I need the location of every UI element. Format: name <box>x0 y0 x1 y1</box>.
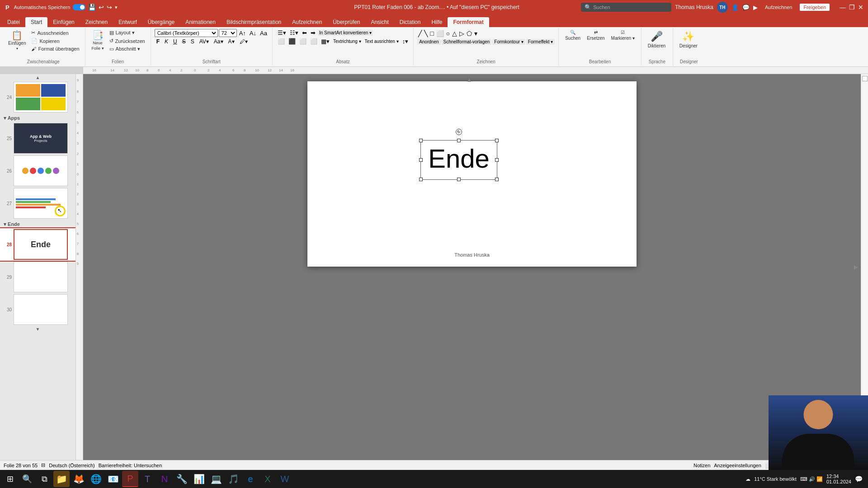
shadow-button[interactable]: S <box>189 38 196 45</box>
align-left-button[interactable]: ⬜ <box>276 38 286 45</box>
slide-item-28[interactable]: 28 Ende <box>0 228 75 261</box>
comments-icon[interactable]: 💬 <box>742 4 750 11</box>
record-btn[interactable]: Aufzeichnen <box>761 4 796 11</box>
quick-access-more[interactable]: ▾ <box>115 5 118 10</box>
taskbar-powerpoint[interactable]: P <box>122 471 138 487</box>
scroll-down[interactable]: ▼ <box>0 326 75 333</box>
section-ende[interactable]: Ende <box>0 220 75 228</box>
taskbar-teams[interactable]: T <box>139 471 156 487</box>
shape-3[interactable]: □ <box>429 29 434 38</box>
search-button[interactable]: 🔍 <box>19 471 35 487</box>
undo-icon[interactable]: ↩ <box>99 4 104 11</box>
shape-7[interactable]: ▷ <box>458 29 465 38</box>
tab-uebergaenge[interactable]: Übergänge <box>142 17 180 27</box>
autosave-toggle[interactable] <box>73 4 85 10</box>
view-settings-button[interactable]: Anzeigeeinstellungen <box>714 463 761 468</box>
font-selector[interactable]: Calibri (Textkörper) <box>155 29 218 37</box>
slide-item-29[interactable]: 29 <box>0 261 75 293</box>
ersetzen-button[interactable]: ⇄ Ersetzen <box>584 29 607 42</box>
tab-ansicht[interactable]: Ansicht <box>365 17 394 27</box>
slide-item-25[interactable]: 25 App & Web Projects <box>0 122 75 155</box>
diktieren-button[interactable]: 🎤 Diktieren <box>645 29 668 50</box>
handle-tm[interactable] <box>457 139 461 142</box>
share-btn[interactable]: Freigeben <box>799 3 830 11</box>
tab-hilfe[interactable]: Hilfe <box>426 17 448 27</box>
handle-bl[interactable] <box>419 178 423 181</box>
font-size-selector[interactable]: 72 <box>219 29 237 37</box>
shape-1[interactable]: ╱ <box>417 29 423 38</box>
start-button[interactable]: ⊞ <box>2 471 18 487</box>
slide-item-26[interactable]: 26 <box>0 155 75 187</box>
restore-button[interactable]: ❐ <box>848 4 855 11</box>
justify-button[interactable]: ⬜ <box>309 38 319 45</box>
schnellformatvorl-button[interactable]: Schnellformat-vorlagen <box>442 39 492 45</box>
einfuegen-button[interactable]: 📋 Einfügen ▾ <box>5 29 28 52</box>
redo-icon[interactable]: ↪ <box>107 4 112 11</box>
bullets-button[interactable]: ☰▾ <box>276 29 288 37</box>
tab-datei[interactable]: Datei <box>2 17 25 27</box>
handle-mr[interactable] <box>495 158 499 162</box>
taskbar-explorer[interactable]: 📁 <box>53 471 70 487</box>
shape-6[interactable]: △ <box>451 29 458 38</box>
kopieren-button[interactable]: 📄Kopieren <box>29 37 81 45</box>
taskbar-firefox[interactable]: 🦊 <box>71 471 87 487</box>
italic-button[interactable]: K <box>163 38 170 45</box>
scroll-right-arrow[interactable]: ▶ <box>854 264 858 270</box>
align-right-button[interactable]: ⬜ <box>298 38 308 45</box>
bold-button[interactable]: F <box>155 38 161 45</box>
search-box[interactable]: 🔍 Suchen <box>581 3 671 12</box>
handle-br[interactable] <box>495 178 499 181</box>
share-icon[interactable]: 👤 <box>731 4 739 11</box>
highlight-button[interactable]: 🖊▾ <box>238 38 250 45</box>
tab-formformat[interactable]: Formformat <box>448 17 489 27</box>
handle-bm[interactable] <box>457 178 461 181</box>
taskbar-onenote[interactable]: N <box>156 471 173 487</box>
taskbar-app2[interactable]: 📊 <box>191 471 207 487</box>
close-button[interactable]: ✕ <box>857 4 864 11</box>
text-direction-button[interactable]: Textrichtung ▾ <box>332 38 363 44</box>
notes-button[interactable]: Notizen <box>693 463 710 468</box>
abschnitt-button[interactable]: ▭Abschnitt ▾ <box>108 45 147 53</box>
shape-5[interactable]: ○ <box>445 29 451 38</box>
layout-button[interactable]: ▤Layout ▾ <box>108 29 147 37</box>
line-spacing-button[interactable]: ↕▾ <box>401 38 410 45</box>
tab-dictation[interactable]: Dictation <box>394 17 426 27</box>
decrease-indent-button[interactable]: ⬅ <box>301 29 308 37</box>
increase-font-button[interactable]: A↑ <box>238 29 247 37</box>
accessibility-status[interactable]: Barrierefreiheit: Untersuchen <box>99 463 162 468</box>
decrease-font-button[interactable]: A↓ <box>248 29 258 37</box>
underline-button[interactable]: U <box>171 38 179 45</box>
align-center-button[interactable]: ⬛ <box>287 38 297 45</box>
taskbar-chrome[interactable]: 🌐 <box>88 471 104 487</box>
section-apps[interactable]: Apps <box>0 113 75 122</box>
handle-ml[interactable] <box>419 158 423 162</box>
markieren-button[interactable]: ☑ Markieren ▾ <box>609 29 637 42</box>
handle-tl[interactable] <box>419 139 423 142</box>
slide-item-24[interactable]: 24 <box>0 81 75 113</box>
tab-bildschirm[interactable]: Bildschirmpräsentation <box>221 17 287 27</box>
taskbar-edge[interactable]: e <box>242 471 259 487</box>
slide-item-30[interactable]: 30 <box>0 293 75 326</box>
tab-aufzeichnen[interactable]: Aufzeichnen <box>287 17 327 27</box>
numbering-button[interactable]: ☷▾ <box>288 29 300 37</box>
shape-4[interactable]: ⬜ <box>435 29 445 38</box>
taskbar-outlook[interactable]: 📧 <box>105 471 121 487</box>
shape-more[interactable]: ▾ <box>473 29 478 38</box>
present-icon[interactable]: ▶ <box>753 4 758 11</box>
scroll-up[interactable]: ▲ <box>0 74 75 81</box>
formeffekt-button[interactable]: Formeffekt ▾ <box>526 39 555 45</box>
slide-item-27[interactable]: 27 ↖ <box>0 187 75 220</box>
shape-2[interactable]: ╲ <box>423 29 429 38</box>
clear-format-button[interactable]: Aa <box>259 29 269 37</box>
increase-indent-button[interactable]: ➡ <box>309 29 317 37</box>
tab-zeichnen[interactable]: Zeichnen <box>80 17 113 27</box>
font-color-button[interactable]: A▾ <box>226 38 236 45</box>
scroll-up-canvas[interactable]: ▲ <box>467 77 472 83</box>
taskbar-app3[interactable]: 💻 <box>208 471 224 487</box>
canvas-area[interactable]: ↻ Ende Thomas Hruska ▶ ▲ <box>83 74 861 460</box>
ausschneiden-button[interactable]: ✂Ausschneiden <box>29 29 81 37</box>
zuruecksetzen-button[interactable]: ↺Zurücksetzen <box>108 37 147 45</box>
taskbar-app4[interactable]: 🎵 <box>225 471 241 487</box>
textbox-selected[interactable]: ↻ Ende <box>420 140 497 180</box>
text-align-button[interactable]: Text ausrichten ▾ <box>363 38 400 44</box>
